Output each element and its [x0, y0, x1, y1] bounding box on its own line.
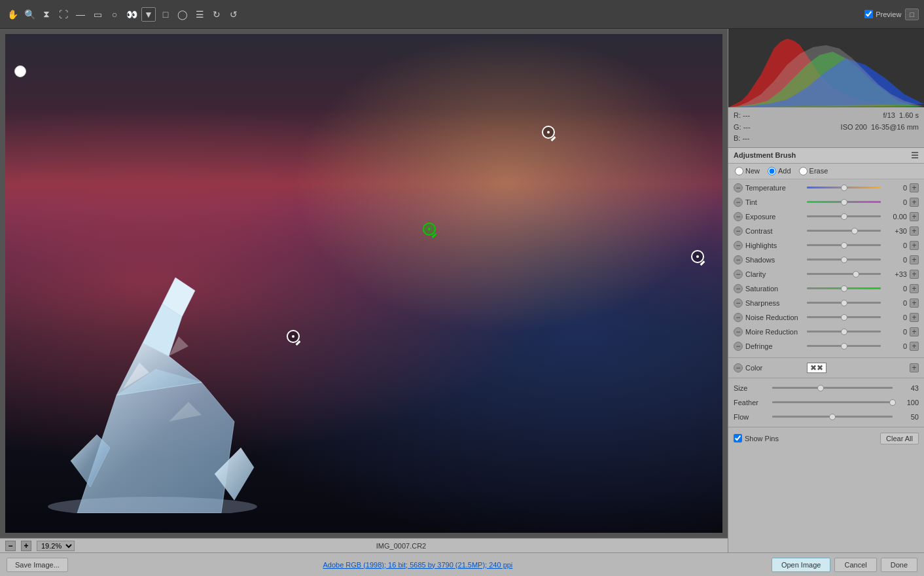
- crop-tool[interactable]: ⛶: [56, 7, 71, 22]
- brush-tool[interactable]: ▼: [141, 7, 156, 22]
- add-mode-label[interactable]: Add: [768, 167, 791, 175]
- adj-slider-contrast[interactable]: [807, 226, 881, 236]
- panel-menu-icon[interactable]: ☰: [911, 151, 919, 160]
- open-image-button[interactable]: Open Image: [772, 558, 831, 572]
- adj-minus-exposure[interactable]: −: [734, 212, 743, 221]
- flow-thumb[interactable]: [829, 414, 836, 420]
- color-profile-info[interactable]: Adobe RGB (1998); 16 bit; 5685 by 3790 (…: [68, 561, 768, 569]
- adj-minus-shadows[interactable]: −: [734, 255, 743, 264]
- adj-thumb-temperature[interactable]: [841, 185, 847, 191]
- zoom-select[interactable]: 19.2%: [37, 541, 75, 551]
- adj-plus-defringe[interactable]: +: [910, 342, 919, 351]
- brush-pin-1[interactable]: [542, 126, 555, 139]
- adj-thumb-saturation[interactable]: [841, 285, 847, 292]
- healing-tool[interactable]: ○: [107, 7, 122, 22]
- radial-filter[interactable]: ◯: [175, 7, 190, 22]
- adj-thumb-noise-red[interactable]: [841, 314, 847, 321]
- adj-slider-clarity[interactable]: [807, 269, 881, 279]
- color-minus[interactable]: −: [734, 363, 743, 372]
- color-plus[interactable]: +: [910, 363, 919, 372]
- adj-minus-highlights[interactable]: −: [734, 241, 743, 250]
- erase-mode-label[interactable]: Erase: [799, 167, 828, 175]
- new-mode-label[interactable]: New: [735, 167, 760, 175]
- adj-slider-highlights[interactable]: [807, 240, 881, 251]
- adj-plus-sharpness[interactable]: +: [910, 298, 919, 308]
- adj-plus-contrast[interactable]: +: [910, 226, 919, 236]
- adj-plus-exposure[interactable]: +: [910, 212, 919, 221]
- preview-checkbox-label[interactable]: Preview: [864, 10, 901, 18]
- adj-thumb-defringe[interactable]: [841, 343, 847, 350]
- flow-slider[interactable]: [772, 412, 893, 422]
- adj-slider-saturation[interactable]: [807, 283, 881, 294]
- adj-slider-tint[interactable]: [807, 197, 881, 207]
- gradient-tool[interactable]: □: [158, 7, 173, 22]
- undo-tool[interactable]: ↻: [209, 7, 224, 22]
- adj-thumb-contrast[interactable]: [851, 228, 858, 234]
- adj-label-clarity: Clarity: [745, 270, 804, 278]
- adj-track-highlights: [807, 244, 881, 246]
- adj-minus-saturation[interactable]: −: [734, 284, 743, 293]
- list-tool[interactable]: ☰: [192, 7, 207, 22]
- zoom-in-button[interactable]: +: [21, 541, 31, 551]
- erase-radio[interactable]: [799, 167, 808, 175]
- adj-minus-moire-red[interactable]: −: [734, 327, 743, 336]
- adj-plus-saturation[interactable]: +: [910, 284, 919, 293]
- fullscreen-button[interactable]: □: [905, 9, 919, 20]
- preview-checkbox[interactable]: [864, 10, 873, 18]
- adj-thumb-shadows[interactable]: [841, 257, 847, 263]
- adj-minus-clarity[interactable]: −: [734, 270, 743, 279]
- redo-tool[interactable]: ↺: [226, 7, 241, 22]
- done-button[interactable]: Done: [881, 558, 917, 572]
- adj-plus-temperature[interactable]: +: [910, 183, 919, 192]
- adj-minus-sharpness[interactable]: −: [734, 298, 743, 308]
- show-pins-label[interactable]: Show Pins: [734, 434, 779, 442]
- adj-plus-moire-red[interactable]: +: [910, 327, 919, 336]
- hand-tool[interactable]: ✋: [5, 7, 20, 22]
- adj-plus-noise-red[interactable]: +: [910, 313, 919, 322]
- adj-thumb-highlights[interactable]: [841, 242, 847, 249]
- redeye-tool[interactable]: 👀: [124, 7, 139, 22]
- adj-plus-shadows[interactable]: +: [910, 255, 919, 264]
- adj-slider-sharpness[interactable]: [807, 298, 881, 308]
- adj-slider-noise-red[interactable]: [807, 312, 881, 323]
- adj-slider-moire-red[interactable]: [807, 327, 881, 337]
- straighten-tool[interactable]: —: [73, 7, 88, 22]
- feather-slider[interactable]: [772, 397, 893, 408]
- brush-pin-4[interactable]: [691, 250, 704, 263]
- eyedropper-tool[interactable]: ⧗: [39, 7, 54, 22]
- adj-thumb-moire-red[interactable]: [841, 329, 847, 335]
- adj-slider-exposure[interactable]: [807, 211, 881, 222]
- add-radio[interactable]: [768, 167, 776, 175]
- brush-pin-2[interactable]: [423, 223, 436, 236]
- show-pins-checkbox[interactable]: [734, 434, 742, 442]
- adj-minus-defringe[interactable]: −: [734, 342, 743, 351]
- adj-thumb-tint[interactable]: [841, 199, 847, 206]
- adj-minus-temperature[interactable]: −: [734, 183, 743, 192]
- adj-thumb-sharpness[interactable]: [841, 300, 847, 306]
- clear-all-button[interactable]: Clear All: [880, 433, 919, 444]
- save-image-button[interactable]: Save Image...: [7, 558, 68, 572]
- adj-thumb-exposure[interactable]: [841, 213, 847, 220]
- adj-minus-contrast[interactable]: −: [734, 226, 743, 236]
- color-swatch[interactable]: ✖✖: [807, 363, 826, 373]
- adj-minus-noise-red[interactable]: −: [734, 313, 743, 322]
- transform-tool[interactable]: ▭: [90, 7, 105, 22]
- photo-canvas[interactable]: [5, 34, 722, 533]
- adj-slider-temperature[interactable]: [807, 183, 881, 193]
- adj-plus-highlights[interactable]: +: [910, 241, 919, 250]
- adj-slider-defringe[interactable]: [807, 341, 881, 351]
- flow-value: 50: [895, 413, 919, 421]
- cancel-button[interactable]: Cancel: [834, 558, 876, 572]
- adj-thumb-clarity[interactable]: [853, 271, 859, 278]
- feather-thumb[interactable]: [889, 399, 896, 406]
- size-thumb[interactable]: [817, 385, 824, 391]
- adj-slider-shadows[interactable]: [807, 255, 881, 265]
- zoom-tool[interactable]: 🔍: [22, 7, 37, 22]
- adj-plus-tint[interactable]: +: [910, 198, 919, 207]
- brush-pin-3[interactable]: [287, 330, 300, 343]
- adj-plus-clarity[interactable]: +: [910, 270, 919, 279]
- adj-minus-tint[interactable]: −: [734, 198, 743, 207]
- new-radio[interactable]: [735, 167, 743, 175]
- zoom-out-button[interactable]: −: [5, 541, 16, 551]
- size-slider[interactable]: [772, 383, 893, 393]
